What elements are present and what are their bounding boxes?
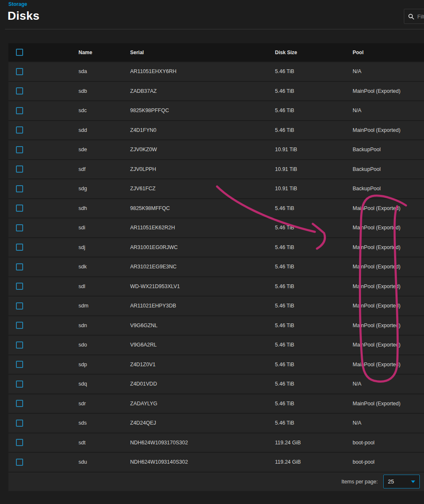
cell-serial: AR11021EHPY3DB — [130, 303, 275, 309]
cell-name: sds — [79, 420, 130, 426]
table-row[interactable]: sdh9825K98MFFQC5.46 TiBMainPool (Exporte… — [8, 199, 424, 219]
cell-pool: MainPool (Exported) — [353, 303, 424, 309]
row-checkbox-cell — [8, 302, 79, 310]
row-checkbox[interactable] — [16, 146, 23, 153]
table-row[interactable]: sdaAR11051EHXY6RH5.46 TiBN/A — [8, 62, 424, 82]
select-all-checkbox[interactable] — [16, 49, 23, 56]
row-checkbox[interactable] — [16, 459, 23, 466]
table-body: sdaAR11051EHXY6RH5.46 TiBN/AsdbZADB37AZ5… — [8, 62, 424, 472]
table-row[interactable]: sdoV9G6A2RL5.46 TiBMainPool (Exported) — [8, 336, 424, 355]
table-row[interactable]: sduNDH624W1093140S302119.24 GiBboot-pool — [8, 453, 424, 472]
row-checkbox[interactable] — [16, 420, 23, 427]
row-checkbox[interactable] — [16, 185, 23, 192]
table-row[interactable]: sdqZ4D01VDD5.46 TiBN/A — [8, 375, 424, 394]
row-checkbox[interactable] — [16, 302, 23, 310]
row-checkbox[interactable] — [16, 244, 23, 251]
cell-name: sdh — [79, 205, 130, 211]
row-checkbox[interactable] — [16, 263, 23, 270]
cell-pool: boot-pool — [353, 440, 424, 446]
column-header-pool[interactable]: Pool — [353, 50, 424, 55]
row-checkbox[interactable] — [16, 224, 23, 231]
table-row[interactable]: sdfZJV0LPPH10.91 TiBBackupPool — [8, 160, 424, 180]
table-row[interactable]: sdlWD-WX21D953XLV15.46 TiBMainPool (Expo… — [8, 277, 424, 297]
row-checkbox[interactable] — [16, 361, 23, 368]
table-row[interactable]: sdsZ4D24QEJ5.46 TiBN/A — [8, 414, 424, 433]
row-checkbox[interactable] — [16, 68, 23, 75]
table-row[interactable]: sdc9825K98PFFQC5.46 TiBN/A — [8, 101, 424, 121]
row-checkbox[interactable] — [16, 165, 23, 173]
cell-pool: MainPool (Exported) — [353, 342, 424, 348]
cell-pool: MainPool (Exported) — [353, 362, 424, 368]
cell-name: sdd — [79, 127, 130, 133]
cell-size: 5.46 TiB — [275, 127, 353, 133]
cell-serial: ZADAYLYG — [130, 401, 275, 407]
items-per-page-label: Items per page: — [341, 479, 378, 485]
row-checkbox-cell — [8, 381, 79, 388]
cell-pool: BackupPool — [353, 147, 424, 152]
table-row[interactable]: sdeZJV0KZ0W10.91 TiBBackupPool — [8, 140, 424, 160]
table-row[interactable]: sdnV9G6GZNL5.46 TiBMainPool (Exported) — [8, 316, 424, 336]
row-checkbox[interactable] — [16, 400, 23, 407]
row-checkbox-cell — [8, 439, 79, 446]
chevron-down-icon — [411, 480, 415, 483]
row-checkbox[interactable] — [16, 107, 23, 114]
row-checkbox[interactable] — [16, 322, 23, 329]
table-row[interactable]: sdjAR31001EG0RJWC5.46 TiBMainPool (Expor… — [8, 238, 424, 258]
cell-name: sda — [79, 68, 130, 74]
cell-name: sdb — [79, 88, 130, 94]
row-checkbox[interactable] — [16, 381, 23, 388]
cell-pool: MainPool (Exported) — [353, 244, 424, 250]
row-checkbox-cell — [8, 87, 79, 94]
row-checkbox[interactable] — [16, 87, 23, 94]
cell-name: sdq — [79, 381, 130, 387]
cell-pool: N/A — [353, 108, 424, 113]
table-row[interactable]: sdiAR11051EK62R2H5.46 TiBMainPool (Expor… — [8, 218, 424, 238]
filter-input[interactable] — [417, 13, 424, 20]
cell-name: sdr — [79, 401, 130, 407]
cell-size: 5.46 TiB — [275, 420, 353, 426]
column-header-serial[interactable]: Serial — [130, 50, 275, 55]
cell-pool: BackupPool — [353, 166, 424, 172]
table-row[interactable]: sdkAR31021EG9E3NC5.46 TiBMainPool (Expor… — [8, 257, 424, 277]
cell-pool: MainPool (Exported) — [353, 127, 424, 133]
search-icon — [408, 13, 414, 20]
table-row[interactable]: sddZ4D1FYN05.46 TiBMainPool (Exported) — [8, 121, 424, 141]
cell-pool: boot-pool — [353, 459, 424, 465]
cell-pool: MainPool (Exported) — [353, 205, 424, 211]
row-checkbox[interactable] — [16, 205, 23, 212]
cell-size: 10.91 TiB — [275, 166, 353, 172]
table-row[interactable]: sdbZADB37AZ5.46 TiBMainPool (Exported) — [8, 82, 424, 102]
row-checkbox-cell — [8, 126, 79, 134]
breadcrumb-storage[interactable]: Storage — [8, 1, 27, 7]
table-row[interactable]: sdmAR11021EHPY3DB5.46 TiBMainPool (Expor… — [8, 297, 424, 316]
row-checkbox[interactable] — [16, 341, 23, 349]
table-row[interactable]: sdrZADAYLYG5.46 TiBMainPool (Exported) — [8, 394, 424, 414]
cell-pool: MainPool (Exported) — [353, 225, 424, 231]
cell-pool: N/A — [353, 68, 424, 74]
row-checkbox[interactable] — [16, 439, 23, 446]
table-row[interactable]: sdgZJV61FCZ10.91 TiBBackupPool — [8, 179, 424, 199]
column-header-disk-size[interactable]: Disk Size — [275, 50, 353, 55]
column-header-name[interactable]: Name — [79, 50, 130, 55]
cell-name: sdi — [79, 225, 130, 231]
cell-name: sdl — [79, 284, 130, 289]
cell-size: 119.24 GiB — [275, 459, 353, 465]
cell-size: 5.46 TiB — [275, 264, 353, 270]
cell-serial: 9825K98PFFQC — [130, 108, 275, 113]
row-checkbox-cell — [8, 322, 79, 329]
row-checkbox-cell — [8, 68, 79, 75]
table-row[interactable]: sdpZ4D1Z0V15.46 TiBMainPool (Exported) — [8, 355, 424, 375]
row-checkbox[interactable] — [16, 283, 23, 290]
row-checkbox-cell — [8, 146, 79, 153]
table-row[interactable]: sdtNDH624W1093170S302119.24 GiBboot-pool — [8, 433, 424, 453]
cell-pool: N/A — [353, 420, 424, 426]
cell-name: sdm — [79, 303, 130, 309]
filter-box[interactable] — [404, 9, 424, 24]
cell-pool: MainPool (Exported) — [353, 264, 424, 270]
cell-size: 10.91 TiB — [275, 186, 353, 192]
cell-serial: 9825K98MFFQC — [130, 205, 275, 211]
cell-serial: ZJV0LPPH — [130, 166, 275, 172]
row-checkbox[interactable] — [16, 126, 23, 134]
items-per-page-select[interactable]: 25 — [383, 475, 420, 488]
cell-serial: V9G6GZNL — [130, 323, 275, 328]
